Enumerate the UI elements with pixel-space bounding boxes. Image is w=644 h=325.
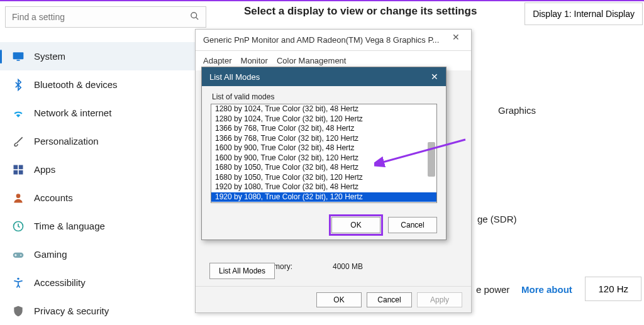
mode-row[interactable]: 1920 by 1080, True Color (32 bit), 48 He… [211, 182, 436, 192]
svg-rect-10 [13, 252, 24, 257]
cancel-button[interactable]: Cancel [388, 217, 437, 233]
ok-button[interactable]: OK [316, 292, 362, 307]
sidebar-item-time-language[interactable]: Time & language [0, 212, 211, 240]
ok-button[interactable]: OK [331, 217, 380, 233]
sdr-label: ge (SDR) [477, 214, 517, 224]
sidebar-item-accessibility[interactable]: Accessibility [0, 268, 211, 297]
mode-row[interactable]: 1366 by 768, True Color (32 bit), 120 He… [211, 134, 436, 144]
svg-rect-5 [19, 165, 23, 169]
modes-list-label: List of valid modes [202, 86, 446, 104]
mode-row[interactable]: 1680 by 1050, True Color (32 bit), 120 H… [211, 173, 436, 183]
mode-row[interactable]: 1680 by 1050, True Color (32 bit), 48 He… [211, 163, 436, 173]
sidebar-item-label: Apps [34, 164, 55, 175]
refresh-rate-value[interactable]: 120 Hz [585, 277, 641, 301]
sidebar-item-label: Time & language [34, 221, 105, 231]
mode-row[interactable]: 1600 by 900, True Color (32 bit), 48 Her… [211, 143, 436, 153]
sidebar-item-gaming[interactable]: Gaming [0, 240, 211, 268]
power-label: e power [476, 284, 509, 295]
sidebar-item-apps[interactable]: Apps [0, 155, 211, 184]
sidebar-item-personalization[interactable]: Personalization [0, 127, 211, 155]
svg-point-12 [17, 277, 19, 279]
modes-footer: OK Cancel [331, 217, 437, 233]
dialog-title: Generic PnP Monitor and AMD Radeon(TM) V… [196, 30, 471, 51]
svg-rect-3 [17, 60, 20, 61]
list-all-modes-dialog: List All Modes ✕ List of valid modes 128… [201, 67, 447, 240]
settings-sidebar: SystemBluetooth & devicesNetwork & inter… [0, 42, 211, 325]
svg-point-0 [191, 13, 197, 18]
mode-row[interactable]: 1280 by 1024, True Color (32 bit), 48 He… [211, 104, 436, 114]
dialog-footer: OK Cancel Apply [196, 286, 471, 312]
svg-rect-4 [14, 165, 18, 169]
list-all-modes-button[interactable]: List All Modes [209, 263, 275, 279]
shield-icon [11, 304, 25, 318]
settings-search-box[interactable] [5, 6, 206, 28]
mode-row[interactable]: 1920 by 1080, True Color (32 bit), 120 H… [211, 192, 436, 202]
wifi-icon [11, 106, 25, 120]
mode-row[interactable]: 1280 by 1024, True Color (32 bit), 120 H… [211, 114, 436, 124]
page-heading: Select a display to view or change its s… [244, 5, 477, 18]
sidebar-item-network-internet[interactable]: Network & internet [0, 99, 211, 127]
sidebar-item-label: System [34, 51, 65, 62]
shared-memory-value: 4000 MB [333, 262, 363, 271]
sidebar-item-label: Bluetooth & devices [34, 79, 118, 90]
brush-icon [11, 135, 25, 148]
person-icon [11, 191, 25, 205]
bluetooth-icon [11, 78, 25, 92]
sidebar-item-label: Personalization [34, 136, 99, 146]
cancel-button[interactable]: Cancel [367, 292, 412, 307]
apply-button: Apply [417, 292, 462, 307]
svg-rect-7 [19, 170, 23, 174]
modes-listbox[interactable]: 1280 by 1024, True Color (32 bit), 48 He… [211, 104, 437, 203]
search-input[interactable] [12, 12, 190, 22]
modes-titlebar: List All Modes ✕ [202, 67, 446, 86]
sidebar-item-label: Privacy & security [34, 306, 109, 316]
sidebar-item-bluetooth-devices[interactable]: Bluetooth & devices [0, 70, 211, 99]
dialog-title-text: Generic PnP Monitor and AMD Radeon(TM) V… [203, 35, 439, 45]
gamepad-icon [11, 248, 25, 262]
more-about-link[interactable]: More about [521, 284, 572, 295]
graphics-label: Graphics [498, 105, 536, 116]
close-icon[interactable]: ✕ [431, 72, 438, 82]
svg-point-8 [16, 194, 21, 198]
display-selector[interactable]: Display 1: Internal Display [525, 3, 643, 25]
monitor-icon [11, 50, 25, 63]
sidebar-item-label: Gaming [34, 249, 67, 260]
mode-row[interactable]: 1366 by 768, True Color (32 bit), 48 Her… [211, 124, 436, 134]
svg-line-1 [196, 17, 198, 19]
mode-row[interactable]: 1600 by 900, True Color (32 bit), 120 He… [211, 153, 436, 163]
svg-rect-2 [13, 52, 24, 59]
sidebar-item-accounts[interactable]: Accounts [0, 184, 211, 212]
accessibility-icon [11, 276, 25, 290]
sidebar-item-label: Accounts [34, 192, 73, 203]
sidebar-item-system[interactable]: System [0, 42, 211, 70]
scrollbar-thumb[interactable] [428, 142, 435, 177]
clock-icon [11, 219, 25, 233]
svg-point-11 [20, 254, 21, 255]
svg-rect-6 [14, 170, 18, 174]
close-icon[interactable]: ✕ [443, 32, 469, 42]
sidebar-item-label: Network & internet [34, 107, 111, 118]
sidebar-item-privacy-security[interactable]: Privacy & security [0, 297, 211, 325]
search-icon [190, 11, 199, 23]
sidebar-item-label: Accessibility [34, 277, 86, 288]
modes-title-text: List All Modes [209, 72, 260, 82]
apps-icon [11, 163, 25, 177]
